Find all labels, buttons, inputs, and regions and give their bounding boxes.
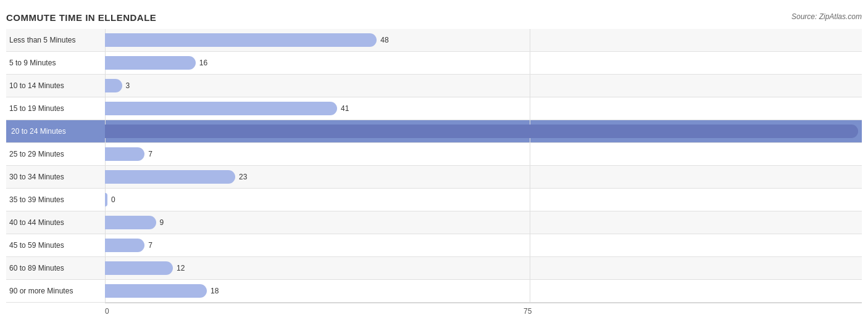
bar-label: 15 to 19 Minutes: [6, 104, 105, 113]
bar-fill: [105, 284, 207, 298]
bar-value: 7: [148, 241, 152, 250]
bar-row: 45 to 59 Minutes7: [6, 234, 862, 257]
bar-fill: [105, 56, 196, 70]
bar-track: 3: [105, 75, 862, 97]
bar-fill: [105, 102, 337, 115]
bar-value: 18: [211, 287, 219, 295]
bar-label: 25 to 29 Minutes: [6, 150, 105, 158]
bar-track: 16: [105, 52, 862, 74]
bar-label: 20 to 24 Minutes: [6, 126, 105, 137]
bar-label: 45 to 59 Minutes: [6, 241, 105, 250]
bar-value: 48: [380, 36, 388, 44]
bar-row: 60 to 89 Minutes12: [6, 257, 862, 280]
bar-label: 90 or more Minutes: [6, 287, 105, 295]
bar-track: 23: [105, 166, 862, 188]
bar-track: 18: [105, 280, 862, 302]
chart-title: COMMUTE TIME IN ELLENDALE: [6, 12, 862, 23]
bar-fill: [105, 125, 858, 138]
bar-row: 10 to 14 Minutes3: [6, 75, 862, 97]
bar-row: 25 to 29 Minutes7: [6, 143, 862, 166]
bar-row: 30 to 34 Minutes23: [6, 166, 862, 189]
bar-track: 0: [105, 189, 862, 211]
bar-value: 16: [199, 59, 207, 67]
bar-track: 133: [105, 120, 868, 142]
bar-value: 133: [862, 127, 868, 136]
bar-label: 10 to 14 Minutes: [6, 81, 105, 90]
bar-row: 35 to 39 Minutes0: [6, 189, 862, 211]
bar-value: 0: [111, 195, 115, 204]
bar-fill: [105, 33, 377, 47]
bar-fill: [105, 170, 235, 184]
bar-row: Less than 5 Minutes48: [6, 29, 862, 52]
bar-value: 23: [239, 173, 247, 181]
chart-container: COMMUTE TIME IN ELLENDALE Source: ZipAtl…: [0, 0, 868, 323]
bar-label: 60 to 89 Minutes: [6, 264, 105, 272]
bar-value: 12: [177, 264, 185, 272]
x-axis-label: 0: [105, 307, 109, 316]
bar-row: 40 to 44 Minutes9: [6, 211, 862, 234]
bar-value: 3: [126, 81, 130, 90]
bar-track: 48: [105, 29, 862, 51]
chart-area: Less than 5 Minutes485 to 9 Minutes1610 …: [6, 29, 862, 303]
bar-fill: [105, 193, 107, 206]
bar-row: 5 to 9 Minutes16: [6, 52, 862, 75]
x-axis-label: 75: [524, 307, 532, 316]
bar-fill: [105, 239, 144, 252]
bar-track: 9: [105, 211, 862, 234]
bar-fill: [105, 261, 173, 275]
bar-row: 15 to 19 Minutes41: [6, 97, 862, 120]
bar-label: 5 to 9 Minutes: [6, 59, 105, 67]
bar-track: 7: [105, 143, 862, 165]
bar-value: 9: [160, 218, 164, 227]
bar-label: 40 to 44 Minutes: [6, 218, 105, 227]
bar-label: 30 to 34 Minutes: [6, 173, 105, 181]
bar-label: 35 to 39 Minutes: [6, 195, 105, 204]
bar-value: 7: [148, 150, 152, 158]
bar-row: 20 to 24 Minutes133: [6, 120, 862, 143]
bar-fill: [105, 147, 144, 161]
bar-track: 7: [105, 234, 862, 256]
bar-track: 12: [105, 257, 862, 279]
bar-fill: [105, 216, 156, 229]
bar-track: 41: [105, 97, 862, 120]
x-axis: 075150: [105, 303, 862, 317]
bar-row: 90 or more Minutes18: [6, 280, 862, 303]
chart-source: Source: ZipAtlas.com: [791, 12, 862, 21]
bar-label: Less than 5 Minutes: [6, 36, 105, 44]
bar-value: 41: [341, 104, 349, 113]
bar-fill: [105, 79, 122, 92]
